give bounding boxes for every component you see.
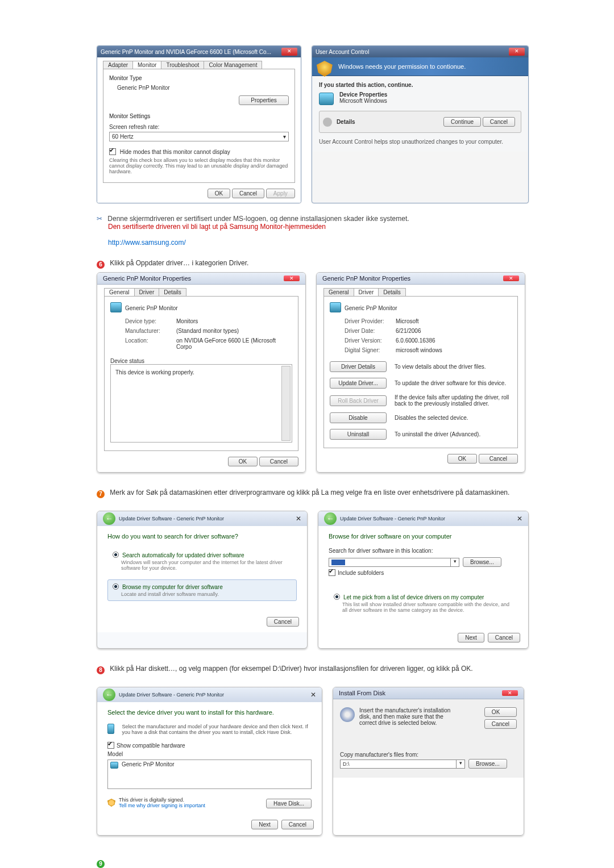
- step-8-line: 8 Klikk på Har diskett…, og velg mappen …: [97, 665, 529, 674]
- show-compatible-checkbox[interactable]: [107, 742, 114, 749]
- disable-button[interactable]: Disable: [330, 412, 387, 423]
- close-icon[interactable]: ✕: [502, 690, 518, 696]
- samsung-link[interactable]: http://www.samsung.com/: [108, 239, 186, 247]
- device-icon: [319, 93, 334, 105]
- page-root: Generic PnP Monitor and NVIDIA GeForce 6…: [0, 0, 614, 868]
- model-listbox[interactable]: Generic PnP Monitor: [107, 760, 312, 789]
- uac-line2: Microsoft Windows: [339, 98, 388, 104]
- monitor-properties-dialog: Generic PnP Monitor and NVIDIA GeForce 6…: [97, 45, 301, 203]
- scrollbar[interactable]: [281, 366, 291, 441]
- option-browse-computer[interactable]: Browse my computer for driver software L…: [107, 579, 297, 601]
- have-disk-button[interactable]: Have Disk...: [266, 799, 312, 808]
- tab-troubleshoot[interactable]: Troubleshoot: [161, 61, 204, 69]
- tab-strip: Adapter Monitor Troubleshoot Color Manag…: [103, 61, 295, 69]
- back-icon[interactable]: ←: [103, 512, 115, 525]
- tab-driver[interactable]: Driver: [354, 288, 379, 296]
- tab-general[interactable]: General: [104, 288, 135, 296]
- option-auto-search[interactable]: Search automatically for updated driver …: [107, 548, 297, 575]
- content-column: Generic PnP Monitor and NVIDIA GeForce 6…: [97, 45, 529, 868]
- monitor-icon: [110, 302, 122, 312]
- refresh-rate-select[interactable]: 60 Hertz▾: [109, 132, 289, 141]
- titlebar: Generic PnP Monitor and NVIDIA GeForce 6…: [97, 46, 301, 57]
- wizard-heading: How do you want to search for driver sof…: [107, 533, 297, 540]
- tab-driver[interactable]: Driver: [134, 288, 160, 296]
- expand-icon[interactable]: [323, 118, 332, 127]
- cancel-button[interactable]: Cancel: [259, 457, 298, 466]
- monitor-settings-label: Monitor Settings: [109, 113, 289, 119]
- monitor-type-label: Monitor Type: [109, 75, 289, 81]
- cancel-button[interactable]: Cancel: [281, 820, 314, 829]
- title-text: User Account Control: [316, 49, 370, 55]
- radio-icon: [113, 583, 119, 590]
- ok-button[interactable]: OK: [447, 454, 477, 464]
- chevron-down-icon: ▾: [283, 133, 286, 140]
- next-button[interactable]: Next: [458, 633, 484, 642]
- step-9-badge-row: 9: [97, 858, 529, 868]
- cancel-button[interactable]: Cancel: [267, 617, 299, 627]
- close-icon[interactable]: ✕: [310, 691, 316, 699]
- why-signing-link[interactable]: Tell me why driver signing is important: [119, 803, 205, 808]
- step-badge-7: 7: [97, 490, 105, 498]
- option-let-me-pick[interactable]: Let me pick from a list of device driver…: [329, 590, 518, 617]
- uac-footer: User Account Control helps stop unauthor…: [319, 139, 521, 145]
- properties-button[interactable]: Properties: [239, 95, 289, 105]
- tab-details[interactable]: Details: [378, 288, 406, 296]
- path-combo[interactable]: D:\ ▾: [340, 760, 465, 769]
- browse-button[interactable]: Browse...: [468, 759, 507, 769]
- cancel-button[interactable]: Cancel: [488, 633, 520, 642]
- pnp-properties-driver: Generic PnP Monitor Properties✕ General …: [316, 272, 525, 473]
- ok-button[interactable]: OK: [484, 707, 517, 717]
- screenshot-row-2: Generic PnP Monitor Properties✕ General …: [97, 272, 529, 473]
- ok-button[interactable]: OK: [208, 189, 230, 198]
- close-icon[interactable]: ✕: [281, 48, 297, 56]
- next-button[interactable]: Next: [251, 820, 278, 829]
- details-row: Details Continue Cancel: [319, 111, 521, 133]
- screenshot-row-4: ←Update Driver Software - Generic PnP Mo…: [97, 687, 529, 836]
- ok-button[interactable]: OK: [228, 457, 258, 466]
- close-icon[interactable]: ✕: [296, 515, 301, 523]
- continue-button[interactable]: Continue: [443, 117, 481, 127]
- wizard-select-model: ←Update Driver Software - Generic PnP Mo…: [97, 687, 322, 836]
- update-driver-button[interactable]: Update Driver...: [330, 378, 387, 389]
- shield-icon: [317, 61, 333, 77]
- cancel-button[interactable]: Cancel: [483, 117, 515, 127]
- install-from-disk-dialog: Install From Disk✕ Insert the manufactur…: [333, 687, 524, 836]
- step-badge-8: 8: [97, 666, 105, 674]
- apply-button[interactable]: Apply: [266, 189, 295, 198]
- back-icon[interactable]: ←: [324, 512, 337, 525]
- uninstall-button[interactable]: Uninstall: [330, 429, 387, 440]
- close-icon[interactable]: ✕: [509, 48, 525, 56]
- uac-started: If you started this action, continue.: [319, 82, 521, 88]
- browse-button[interactable]: Browse...: [463, 557, 501, 567]
- screenshot-row-3: ←Update Driver Software - Generic PnP Mo…: [97, 511, 529, 649]
- include-subfolders-checkbox[interactable]: [329, 569, 335, 576]
- chevron-down-icon: ▾: [456, 760, 464, 768]
- close-icon[interactable]: ✕: [503, 276, 519, 281]
- cancel-button[interactable]: Cancel: [479, 454, 518, 464]
- monitor-icon: [107, 724, 114, 734]
- close-icon[interactable]: ✕: [284, 276, 300, 281]
- cancel-button[interactable]: Cancel: [484, 719, 517, 729]
- tab-monitor[interactable]: Monitor: [132, 61, 161, 69]
- uac-dialog: User Account Control ✕ Windows needs you…: [312, 45, 529, 203]
- shield-icon: [107, 799, 115, 807]
- refresh-label: Screen refresh rate:: [109, 124, 289, 130]
- cancel-button[interactable]: Cancel: [232, 189, 264, 198]
- location-combo[interactable]: ▾: [329, 558, 459, 567]
- back-icon[interactable]: ←: [103, 688, 115, 701]
- details-label[interactable]: Details: [337, 119, 355, 125]
- close-icon[interactable]: ✕: [517, 515, 522, 523]
- step-badge-9: 9: [97, 860, 105, 868]
- tab-color-management[interactable]: Color Management: [204, 61, 262, 69]
- rollback-driver-button[interactable]: Roll Back Driver: [330, 395, 387, 406]
- monitor-type-value: Generic PnP Monitor: [117, 85, 289, 91]
- step-7-line: 7 Merk av for Søk på datamaskinen etter …: [97, 489, 529, 498]
- tab-details[interactable]: Details: [159, 288, 186, 296]
- driver-details-button[interactable]: Driver Details: [330, 361, 387, 372]
- wizard-heading: Browse for driver software on your compu…: [329, 533, 518, 540]
- tab-adapter[interactable]: Adapter: [103, 61, 133, 69]
- hide-modes-checkbox[interactable]: [109, 148, 116, 155]
- device-status-box: This device is working properly.: [110, 364, 292, 443]
- tab-general[interactable]: General: [323, 288, 354, 296]
- wizard-search-method: ←Update Driver Software - Generic PnP Mo…: [97, 511, 308, 649]
